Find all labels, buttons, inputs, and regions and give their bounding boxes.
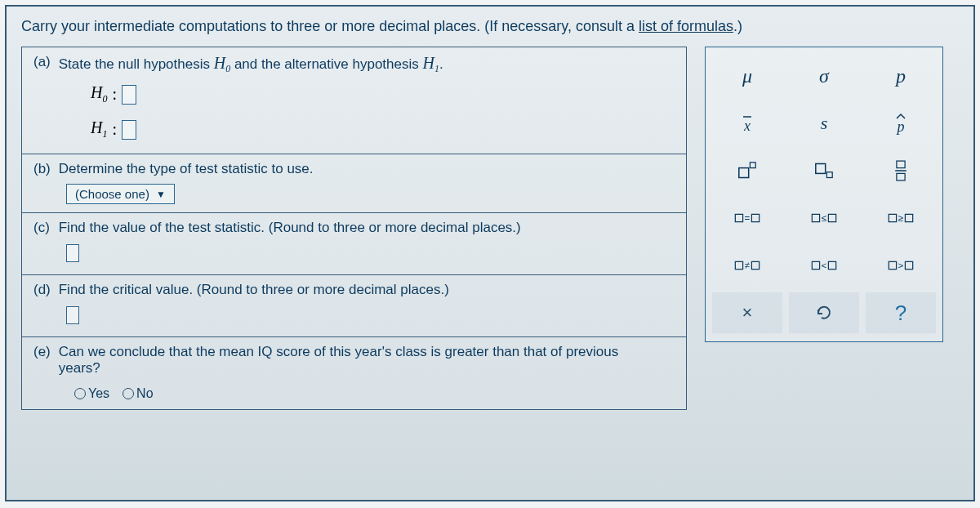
- label-b: (b): [33, 161, 55, 177]
- gt-icon: >: [887, 252, 915, 279]
- label-c: (c): [33, 220, 55, 236]
- svg-text:≠: ≠: [745, 261, 750, 270]
- select-label: (Choose one): [75, 187, 149, 201]
- section-e: (e) Can we conclude that the mean IQ sco…: [22, 337, 686, 409]
- xbar-icon: x: [735, 111, 760, 136]
- phat-button[interactable]: p: [866, 103, 936, 144]
- subscript-icon: [810, 157, 838, 185]
- svg-rect-27: [905, 261, 912, 269]
- section-c: (c) Find the value of the test statistic…: [22, 213, 686, 275]
- a-mid: and the alternative hypothesis: [230, 56, 422, 72]
- instructions-tail: .): [733, 18, 742, 34]
- svg-rect-4: [750, 163, 755, 168]
- reset-icon: [812, 301, 836, 325]
- mu-button[interactable]: μ: [712, 56, 782, 96]
- h0-line-sym: H0: [91, 83, 107, 105]
- instructions-line: Carry your intermediate computations to …: [21, 18, 959, 35]
- no-label: No: [136, 386, 153, 400]
- h1-input-line: H1 :: [91, 118, 675, 140]
- text-d: Find the critical value. (Round to three…: [59, 282, 449, 297]
- fraction-button[interactable]: [866, 150, 936, 191]
- svg-rect-18: [905, 214, 912, 221]
- help-button[interactable]: ?: [866, 292, 936, 333]
- svg-rect-15: [828, 214, 835, 221]
- h1-input[interactable]: [122, 120, 136, 140]
- ge-icon: ≥: [887, 204, 915, 232]
- subscript-button[interactable]: [789, 150, 859, 191]
- svg-rect-16: [889, 214, 896, 221]
- svg-rect-13: [812, 214, 819, 221]
- svg-text:p: p: [896, 118, 905, 135]
- h0-line-sub: 0: [102, 93, 107, 105]
- svg-rect-24: [828, 261, 835, 269]
- content-row: (a) State the null hypothesis H0 and the…: [21, 47, 959, 410]
- critical-value-input[interactable]: [66, 306, 79, 324]
- le-button[interactable]: ≤: [789, 198, 859, 238]
- svg-rect-5: [816, 164, 826, 174]
- section-a: (a) State the null hypothesis H0 and the…: [22, 47, 686, 154]
- h0-colon: :: [112, 85, 117, 104]
- s-button[interactable]: s: [789, 103, 859, 144]
- ne-button[interactable]: ≠: [712, 245, 782, 286]
- equals-icon: =: [733, 204, 761, 232]
- a-after: .: [439, 56, 443, 72]
- svg-rect-19: [735, 261, 742, 269]
- ne-icon: ≠: [733, 252, 761, 279]
- close-icon: ×: [742, 302, 753, 323]
- formulas-link[interactable]: list of formulas: [639, 18, 733, 34]
- section-b: (b) Determine the type of test statistic…: [22, 154, 686, 213]
- test-statistic-select[interactable]: (Choose one) ▼: [66, 184, 175, 204]
- svg-text:>: >: [898, 261, 904, 270]
- reset-button[interactable]: [789, 292, 859, 333]
- h0-symbol: H: [214, 54, 225, 72]
- text-e: Can we conclude that the mean IQ score o…: [59, 344, 663, 377]
- svg-rect-21: [751, 261, 759, 269]
- gt-button[interactable]: >: [866, 245, 936, 286]
- symbol-palette: μ σ p x s p: [705, 47, 943, 342]
- h0-line-h: H: [91, 83, 102, 101]
- sigma-icon: σ: [819, 65, 829, 87]
- svg-rect-6: [826, 172, 832, 178]
- xbar-button[interactable]: x: [712, 103, 782, 144]
- label-e: (e): [33, 344, 55, 360]
- label-a: (a): [33, 54, 55, 70]
- svg-rect-10: [735, 214, 742, 221]
- svg-rect-7: [897, 161, 905, 168]
- svg-text:≥: ≥: [898, 213, 903, 223]
- p-icon: p: [896, 65, 906, 87]
- svg-text:x: x: [743, 118, 751, 134]
- svg-text:=: =: [745, 213, 751, 223]
- text-c: Find the value of the test statistic. (R…: [59, 220, 521, 235]
- instructions-text: Carry your intermediate computations to …: [21, 18, 639, 34]
- yes-label: Yes: [88, 386, 109, 400]
- fraction-icon: [887, 157, 915, 185]
- p-button[interactable]: p: [866, 56, 936, 96]
- equals-button[interactable]: =: [712, 198, 782, 238]
- h0-input[interactable]: [122, 85, 136, 105]
- label-d: (d): [33, 282, 55, 298]
- question-frame: Carry your intermediate computations to …: [5, 5, 975, 501]
- clear-button[interactable]: ×: [712, 292, 782, 333]
- yes-option[interactable]: Yes: [74, 386, 109, 401]
- ge-button[interactable]: ≥: [866, 198, 936, 238]
- lt-button[interactable]: <: [789, 245, 859, 286]
- superscript-icon: [733, 157, 761, 185]
- test-statistic-input[interactable]: [66, 244, 79, 262]
- text-a: State the null hypothesis H0 and the alt…: [59, 56, 443, 72]
- section-d: (d) Find the critical value. (Round to t…: [22, 275, 686, 337]
- s-icon: s: [821, 113, 828, 134]
- h0-input-line: H0 :: [91, 83, 675, 105]
- phat-icon: p: [889, 111, 913, 136]
- no-option[interactable]: No: [122, 386, 153, 401]
- le-icon: ≤: [810, 204, 838, 232]
- svg-rect-22: [812, 261, 819, 269]
- question-panel: (a) State the null hypothesis H0 and the…: [21, 47, 687, 410]
- svg-rect-12: [751, 214, 759, 221]
- h1-colon: :: [112, 120, 117, 139]
- svg-text:<: <: [822, 261, 827, 270]
- h1-symbol: H: [422, 54, 434, 72]
- svg-rect-9: [897, 173, 905, 180]
- radio-icon: [122, 388, 134, 399]
- sigma-button[interactable]: σ: [789, 56, 859, 96]
- superscript-button[interactable]: [712, 150, 782, 191]
